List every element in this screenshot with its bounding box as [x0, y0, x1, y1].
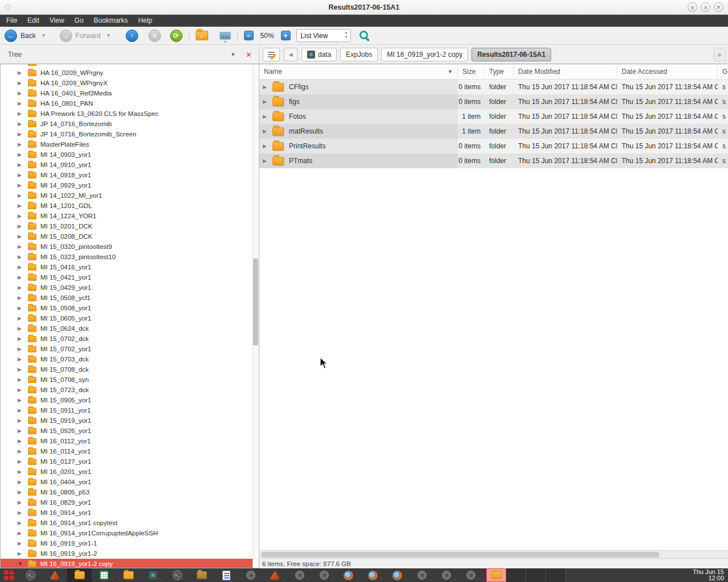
- tree-item[interactable]: ▶MI 14_0903_yor1: [1, 149, 259, 160]
- drive-icon[interactable]: [149, 571, 157, 579]
- firefox-icon[interactable]: [344, 571, 353, 580]
- tree-item[interactable]: ▶MI 15_0508_yor1: [1, 303, 259, 313]
- tree-item[interactable]: ▶MI 16_0914_yor1CorrupuptedAppleSSH: [1, 528, 259, 538]
- menu-help[interactable]: Help: [133, 15, 158, 27]
- breadcrumb-results2017-06-15a1[interactable]: Results2017-06-15A1: [471, 48, 551, 61]
- expand-arrow-icon[interactable]: ▶: [18, 356, 28, 362]
- horizontal-scrollbar[interactable]: [259, 550, 728, 558]
- home-icon[interactable]: ⌂: [196, 31, 208, 40]
- menu-go[interactable]: Go: [69, 15, 89, 27]
- tree-item[interactable]: ▶MI 15_0323_pintooltest10: [1, 252, 259, 262]
- expand-arrow-icon[interactable]: ▶: [18, 70, 28, 76]
- view-mode-spinner-icon[interactable]: ▲▼: [345, 31, 348, 39]
- tree-item[interactable]: ▶MI 16_0914_yor1: [1, 508, 259, 518]
- maximize-icon[interactable]: ∧: [701, 2, 710, 12]
- tree-item[interactable]: ▶MI 16_0914_yor1 copytest: [1, 518, 259, 528]
- table-row[interactable]: ▶PrintResults0 itemsfolderThu 15 Jun 201…: [259, 139, 728, 153]
- menu-file[interactable]: File: [1, 15, 22, 27]
- expand-arrow-icon[interactable]: ▶: [18, 469, 28, 475]
- app-circle-icon-5[interactable]: [442, 571, 451, 580]
- taskbar-window-button[interactable]: [526, 568, 546, 582]
- back-icon[interactable]: ←: [5, 30, 17, 42]
- edit-path-icon[interactable]: [263, 48, 280, 61]
- file-list-empty-space[interactable]: [259, 168, 728, 550]
- tree-item[interactable]: ▶MI 15_0702_yor1: [1, 344, 259, 354]
- tree-item[interactable]: ▶MI 15_0703_dck: [1, 354, 259, 364]
- horizontal-scrollbar-thumb[interactable]: [261, 552, 659, 558]
- expand-arrow-icon[interactable]: ▶: [18, 530, 28, 536]
- expand-arrow-icon[interactable]: ▶: [18, 541, 28, 546]
- tree-item[interactable]: ▶MI 16_0127_yor1: [1, 456, 259, 467]
- tree-item[interactable]: ▶HA 16_0801_PAN: [1, 98, 259, 109]
- expand-arrow-icon[interactable]: ▶: [18, 264, 28, 270]
- app-circle-icon[interactable]: [246, 571, 255, 580]
- terminal-icon-2[interactable]: >_: [172, 570, 183, 580]
- tree-item[interactable]: ▶MI 15_0926_yor1: [1, 426, 259, 436]
- column-name[interactable]: Name ▼: [259, 64, 458, 79]
- search-icon[interactable]: [359, 30, 370, 41]
- expand-arrow-icon[interactable]: ▶: [263, 158, 272, 164]
- back-dropdown-icon[interactable]: ▼: [39, 33, 48, 38]
- tree-item[interactable]: ▶HA Prework 13_0620 CLS for MassSpec: [1, 109, 259, 119]
- expand-arrow-icon[interactable]: ▶: [18, 80, 28, 86]
- expand-arrow-icon[interactable]: ▶: [18, 234, 28, 239]
- firefox-icon-2[interactable]: [368, 571, 378, 580]
- tree-item[interactable]: ▶MI 16_0201_yor1: [1, 467, 259, 477]
- up-icon[interactable]: ↑: [126, 30, 138, 42]
- breadcrumb-expjobs[interactable]: ExpJobs: [340, 48, 378, 61]
- app-menu-icon[interactable]: [4, 570, 14, 580]
- tree-item[interactable]: ▶MI 15_0905_yor1: [1, 395, 259, 405]
- tree-item[interactable]: ▶MI 16_0805_p53: [1, 487, 259, 497]
- tree-item[interactable]: ▶MI 14_1022_MI_yor1: [1, 190, 259, 201]
- writer-icon[interactable]: [222, 571, 230, 580]
- firefox-icon-3[interactable]: [392, 571, 402, 580]
- expand-arrow-icon[interactable]: ▶: [263, 99, 272, 105]
- table-row[interactable]: ▶CFfigs0 itemsfolderThu 15 Jun 2017 11:1…: [259, 80, 728, 94]
- tree-item[interactable]: ▶MI 16_0829_yor1: [1, 497, 259, 508]
- menu-view[interactable]: View: [44, 15, 69, 27]
- tree-item[interactable]: ▶MI 15_0201_DCK: [1, 221, 259, 231]
- tree-item[interactable]: ▶MI 16_0112_yor1: [1, 436, 259, 446]
- column-date-modified[interactable]: Date Modified: [514, 64, 617, 79]
- expand-arrow-icon[interactable]: ▶: [18, 305, 28, 311]
- expand-arrow-icon[interactable]: ▶: [18, 254, 28, 260]
- expand-arrow-icon[interactable]: ▶: [18, 500, 28, 505]
- column-size[interactable]: Size: [458, 64, 485, 79]
- expand-arrow-icon[interactable]: ▶: [18, 295, 28, 301]
- tree-item[interactable]: ▶MI 14_0918_yor1: [1, 170, 259, 180]
- tree-item[interactable]: ▶MI 15_0624_dck: [1, 323, 259, 334]
- tree-dropdown-icon[interactable]: ▼: [230, 52, 246, 57]
- expand-arrow-icon[interactable]: ▶: [18, 244, 28, 250]
- expand-arrow-icon[interactable]: ▶: [18, 285, 28, 290]
- expand-arrow-icon[interactable]: ▶: [18, 203, 28, 209]
- tree-item[interactable]: ▶HA 16_0209_WPrgnyX: [1, 78, 259, 88]
- expand-arrow-icon[interactable]: ▶: [18, 459, 28, 464]
- tree-item[interactable]: ▶MI 15_0421_yor1: [1, 272, 259, 282]
- expand-arrow-icon[interactable]: ▶: [263, 114, 272, 119]
- view-mode-select[interactable]: List View ▲▼: [296, 29, 351, 42]
- tree-item[interactable]: ▶MI 14_1224_YOR1: [1, 211, 259, 221]
- tree-item[interactable]: ▶MI 15_0708_dck: [1, 364, 259, 375]
- tree-item[interactable]: ▶MI 15_0919_yor1: [1, 415, 259, 426]
- tree-item[interactable]: ▶MI 14_1201_GDL: [1, 201, 259, 211]
- expand-arrow-icon[interactable]: ▶: [18, 438, 28, 444]
- file-manager-icon[interactable]: [75, 571, 85, 579]
- expand-arrow-icon[interactable]: ▶: [18, 520, 28, 526]
- expand-arrow-icon[interactable]: ▶: [263, 128, 272, 134]
- collapse-arrow-icon[interactable]: ▼: [18, 561, 28, 567]
- expand-arrow-icon[interactable]: ▶: [263, 84, 272, 90]
- tree-item[interactable]: ▶MI 16_0919_yor1-2: [1, 548, 259, 559]
- expand-arrow-icon[interactable]: ▶: [18, 367, 28, 372]
- tree-item[interactable]: ▶MI 14_0929_yor1: [1, 180, 259, 190]
- column-type[interactable]: Type: [485, 64, 514, 79]
- zoom-in-icon[interactable]: +: [281, 31, 291, 40]
- tree-item[interactable]: ▶JP 14_0716_Bortezomib_Screen: [1, 129, 259, 139]
- expand-arrow-icon[interactable]: ▶: [18, 408, 28, 413]
- tree-item[interactable]: ▶MI 15_0320_pintooltest9: [1, 242, 259, 252]
- terminal-icon[interactable]: >_: [26, 570, 36, 580]
- expand-arrow-icon[interactable]: ▶: [18, 275, 28, 280]
- expand-arrow-icon[interactable]: ▶: [18, 418, 28, 423]
- expand-arrow-icon[interactable]: ▶: [18, 397, 28, 403]
- tree-item[interactable]: ▶HA 16_0401_Ref3Media: [1, 88, 259, 98]
- tree-item[interactable]: ▶JP 14_0716_Bortezomib: [1, 119, 259, 129]
